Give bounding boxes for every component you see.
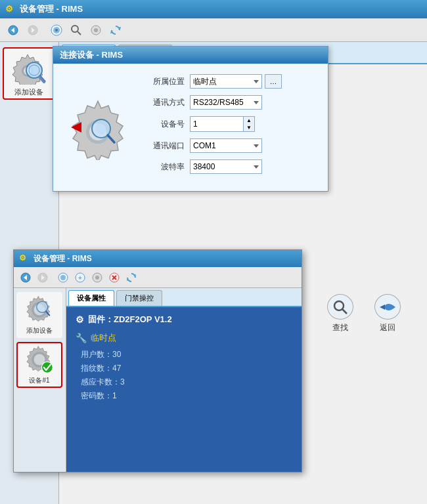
svg-line-8: [78, 32, 81, 35]
search-toolbar-button[interactable]: [67, 21, 85, 39]
location-label: 所属位置: [145, 76, 185, 87]
svg-marker-27: [380, 304, 385, 310]
form-row-baud-rate: 波特率 38400: [145, 159, 315, 174]
svg-point-10: [94, 28, 98, 32]
location-control: 临时点 …: [190, 74, 282, 89]
form-row-comm-type: 通讯方式 RS232/RS485: [145, 95, 315, 110]
second-right-panel: 设备属性 门禁操控 ⚙ 固件：ZD2F2OP V1.2 🔧 临时点: [66, 288, 302, 472]
device-no-control: ▲ ▼: [190, 116, 255, 132]
svg-point-22: [95, 123, 107, 135]
dialog-device-icon-area: [66, 74, 132, 180]
device-graphic-icon: [70, 94, 129, 160]
firmware-icon: ⚙: [76, 314, 84, 325]
firmware-text: 固件：ZD2F2OP V1.2: [88, 314, 172, 326]
search-action-label: 查找: [332, 322, 348, 333]
dialog-body: 所属位置 临时点 … 通讯方式 RS232/RS485: [53, 64, 328, 191]
back-action-icon: [374, 294, 401, 320]
comm-port-control: COM1: [190, 138, 262, 153]
form-row-location: 所属位置 临时点 …: [145, 74, 315, 89]
device1-icon: [25, 345, 54, 374]
comm-port-select[interactable]: COM1: [190, 138, 262, 153]
title-icon: ⚙: [5, 4, 16, 14]
second-toolbar: +: [14, 267, 302, 288]
main-window: ⚙ 设备管理 - RIMS: [0, 0, 427, 504]
dialog-form: 所属位置 临时点 … 通讯方式 RS232/RS485: [145, 74, 315, 180]
second-content: 添加设备 设备#1: [14, 288, 302, 472]
device1-sidebar-item[interactable]: 设备#1: [16, 342, 62, 388]
second-add-device-icon: [25, 295, 54, 324]
second-title: 设备管理 - RIMS: [34, 253, 92, 264]
comm-port-label: 通讯端口: [145, 140, 185, 152]
settings-button[interactable]: [87, 21, 105, 39]
second-tab-device-properties[interactable]: 设备属性: [68, 290, 114, 306]
spin-buttons: ▲ ▼: [243, 117, 254, 131]
second-window: ⚙ 设备管理 - RIMS +: [13, 249, 302, 472]
stat-passwords: 密码数：1: [81, 390, 292, 402]
forward-button[interactable]: [24, 21, 42, 39]
location-row: 🔧 临时点: [76, 332, 292, 344]
search-action-button[interactable]: 查找: [321, 294, 360, 333]
svg-point-16: [29, 65, 39, 75]
svg-point-33: [60, 275, 66, 280]
firmware-row: ⚙ 固件：ZD2F2OP V1.2: [76, 314, 292, 326]
svg-point-6: [55, 29, 58, 32]
second-settings-button[interactable]: [89, 270, 105, 285]
back-button[interactable]: [4, 21, 22, 39]
second-tabs: 设备属性 门禁操控: [66, 288, 302, 307]
location-select[interactable]: 临时点: [190, 74, 262, 89]
stat-users: 用户数：30: [81, 349, 292, 360]
stat-fingerprints: 指纹数：47: [81, 363, 292, 374]
connect-dialog-title: 连接设备 - RIMS: [53, 47, 328, 64]
baud-rate-label: 波特率: [145, 161, 185, 173]
device-no-input[interactable]: [191, 117, 243, 131]
add-device-icon: [12, 51, 46, 85]
svg-line-26: [342, 309, 347, 314]
svg-text:+: +: [78, 274, 82, 282]
device-info-panel: ⚙ 固件：ZD2F2OP V1.2 🔧 临时点 用户数：30 指纹数：47: [66, 307, 302, 472]
main-title: 设备管理 - RIMS: [20, 3, 83, 15]
second-tab-access-control[interactable]: 门禁操控: [116, 290, 162, 306]
spin-down-button[interactable]: ▼: [244, 124, 254, 131]
second-refresh-button[interactable]: [124, 270, 139, 285]
second-title-icon: ⚙: [19, 253, 30, 264]
main-title-bar: ⚙ 设备管理 - RIMS: [0, 0, 427, 18]
comm-type-control: RS232/RS485: [190, 95, 262, 110]
device-no-spinner: ▲ ▼: [190, 116, 255, 132]
connect-dialog: 连接设备 - RIMS: [53, 46, 328, 192]
form-row-comm-port: 通讯端口 COM1: [145, 138, 315, 153]
comm-type-select[interactable]: RS232/RS485: [190, 95, 262, 110]
second-home-button[interactable]: [55, 270, 71, 285]
add-device-sidebar-item[interactable]: 添加设备: [3, 47, 55, 100]
second-add-button[interactable]: +: [72, 270, 88, 285]
second-delete-button[interactable]: [106, 270, 122, 285]
back-action-label: 返回: [380, 322, 395, 333]
search-action-icon: [327, 294, 353, 320]
refresh-button[interactable]: [106, 21, 125, 39]
location-browse-button[interactable]: …: [265, 74, 282, 89]
add-device-label: 添加设备: [14, 87, 43, 97]
comm-type-label: 通讯方式: [145, 97, 185, 108]
second-back-button[interactable]: [18, 270, 34, 285]
baud-rate-control: 38400: [190, 159, 262, 174]
location-text: 临时点: [91, 332, 116, 344]
svg-point-37: [95, 276, 99, 280]
second-sidebar: 添加设备 设备#1: [14, 288, 66, 472]
location-icon: 🔧: [76, 333, 87, 343]
second-add-device-label: 添加设备: [26, 326, 53, 335]
second-forward-button[interactable]: [35, 270, 51, 285]
baud-rate-select[interactable]: 38400: [190, 159, 262, 174]
back-action-button[interactable]: 返回: [368, 294, 407, 333]
spin-up-button[interactable]: ▲: [244, 117, 254, 124]
svg-point-7: [72, 26, 78, 32]
second-add-device-item[interactable]: 添加设备: [16, 292, 62, 338]
action-buttons-area: 查找 返回: [321, 294, 407, 333]
home-button[interactable]: [47, 21, 66, 39]
main-toolbar: [0, 18, 427, 42]
svg-point-25: [334, 301, 344, 310]
device1-label: 设备#1: [29, 376, 49, 385]
device-no-label: 设备号: [145, 119, 185, 130]
second-title-bar: ⚙ 设备管理 - RIMS: [14, 250, 302, 267]
stat-cards: 感应卡数：3: [81, 377, 292, 388]
form-row-device-no: 设备号 ▲ ▼: [145, 116, 315, 132]
